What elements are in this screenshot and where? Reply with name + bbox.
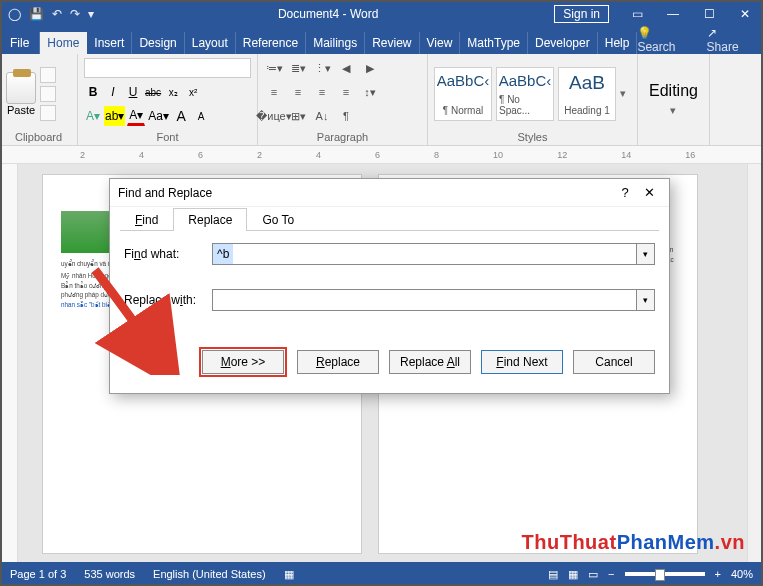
view-read-icon[interactable]: ▤ <box>548 568 558 581</box>
change-case-button[interactable]: Aa▾ <box>147 106 170 126</box>
italic-button[interactable]: I <box>104 82 122 102</box>
status-language[interactable]: English (United States) <box>153 568 266 580</box>
cancel-button[interactable]: Cancel <box>573 350 655 374</box>
align-right-button[interactable]: ≡ <box>312 82 332 102</box>
paste-button[interactable]: Paste <box>6 72 36 116</box>
share-button[interactable]: ↗ Share <box>707 26 751 54</box>
zoom-in-icon[interactable]: + <box>715 568 721 580</box>
dialog-tab-replace[interactable]: Replace <box>173 208 247 231</box>
find-what-input[interactable] <box>212 243 637 265</box>
signin-button[interactable]: Sign in <box>554 5 609 23</box>
style-no-spacing[interactable]: AaBbC‹ ¶ No Spac... <box>496 67 554 121</box>
minimize-icon[interactable]: — <box>655 7 691 21</box>
style-normal[interactable]: AaBbC‹ ¶ Normal <box>434 67 492 121</box>
increase-indent-button[interactable]: ▶ <box>360 58 380 78</box>
zoom-out-icon[interactable]: − <box>608 568 614 580</box>
maximize-icon[interactable]: ☐ <box>691 7 727 21</box>
dialog-help-icon[interactable]: ? <box>613 185 637 200</box>
tab-mathtype[interactable]: MathType <box>460 32 528 54</box>
shading-button[interactable]: �ице▾ <box>264 106 284 126</box>
find-replace-dialog: Find and Replace ? ✕ Find Replace Go To … <box>109 178 670 394</box>
tab-home[interactable]: Home <box>40 32 87 54</box>
tab-file[interactable]: File <box>0 32 40 54</box>
format-painter-icon[interactable] <box>40 105 56 121</box>
tell-me-search[interactable]: 💡 Search <box>637 26 692 54</box>
group-editing: Editing ▾ <box>638 54 710 145</box>
redo-icon[interactable]: ↷ <box>70 7 80 21</box>
horizontal-ruler[interactable]: 246 246 81012 1416 <box>0 146 763 164</box>
replace-with-input[interactable] <box>212 289 637 311</box>
replace-button[interactable]: Replace <box>297 350 379 374</box>
save-icon[interactable]: 💾 <box>29 7 44 21</box>
cut-icon[interactable] <box>40 67 56 83</box>
numbering-button[interactable]: ≣▾ <box>288 58 308 78</box>
justify-button[interactable]: ≡ <box>336 82 356 102</box>
borders-button[interactable]: ⊞▾ <box>288 106 308 126</box>
close-icon[interactable]: ✕ <box>727 7 763 21</box>
highlight-button[interactable]: ab▾ <box>104 106 125 126</box>
group-label-styles: Styles <box>434 129 631 143</box>
replace-history-dropdown[interactable]: ▾ <box>637 289 655 311</box>
copy-icon[interactable] <box>40 86 56 102</box>
tab-view[interactable]: View <box>420 32 461 54</box>
tab-review[interactable]: Review <box>365 32 419 54</box>
tab-design[interactable]: Design <box>132 32 184 54</box>
group-label-clipboard: Clipboard <box>6 129 71 143</box>
status-page[interactable]: Page 1 of 3 <box>10 568 66 580</box>
dialog-tab-find[interactable]: Find <box>120 208 173 231</box>
vertical-ruler[interactable] <box>0 164 18 564</box>
undo-icon[interactable]: ↶ <box>52 7 62 21</box>
tab-layout[interactable]: Layout <box>185 32 236 54</box>
ribbon-tabs: File Home Insert Design Layout Reference… <box>0 28 763 54</box>
sort-button[interactable]: A↓ <box>312 106 332 126</box>
more-button[interactable]: More >> <box>202 350 284 374</box>
shrink-font-button[interactable]: A <box>192 106 210 126</box>
superscript-button[interactable]: x² <box>184 82 202 102</box>
vertical-scrollbar[interactable] <box>747 164 763 564</box>
zoom-level[interactable]: 40% <box>731 568 753 580</box>
view-web-icon[interactable]: ▭ <box>588 568 598 581</box>
style-heading1[interactable]: AaB Heading 1 <box>558 67 616 121</box>
autosave-toggle[interactable]: ◯ <box>8 7 21 21</box>
tab-references[interactable]: Reference <box>236 32 306 54</box>
find-history-dropdown[interactable]: ▾ <box>637 243 655 265</box>
text-effects-button[interactable]: A▾ <box>84 106 102 126</box>
find-next-button[interactable]: Find Next <box>481 350 563 374</box>
qat-more-icon[interactable]: ▾ <box>88 7 94 21</box>
group-clipboard: Paste Clipboard <box>0 54 78 145</box>
dialog-title: Find and Replace <box>118 186 613 200</box>
align-left-button[interactable]: ≡ <box>264 82 284 102</box>
zoom-slider[interactable] <box>625 572 705 576</box>
editing-chevron-icon[interactable]: ▾ <box>670 104 676 117</box>
subscript-button[interactable]: x₂ <box>164 82 182 102</box>
dialog-close-icon[interactable]: ✕ <box>637 185 661 200</box>
styles-more-icon[interactable]: ▾ <box>620 87 626 100</box>
macro-icon[interactable]: ▦ <box>284 568 294 581</box>
multilevel-button[interactable]: ⋮▾ <box>312 58 332 78</box>
find-what-label: Find what: <box>124 247 212 261</box>
tab-insert[interactable]: Insert <box>87 32 132 54</box>
tab-help[interactable]: Help <box>598 32 638 54</box>
replace-all-button[interactable]: Replace All <box>389 350 471 374</box>
editing-button[interactable]: Editing <box>649 82 698 100</box>
status-words[interactable]: 535 words <box>84 568 135 580</box>
clipboard-icon <box>6 72 36 104</box>
bold-button[interactable]: B <box>84 82 102 102</box>
bullets-button[interactable]: ≔▾ <box>264 58 284 78</box>
view-print-icon[interactable]: ▦ <box>568 568 578 581</box>
strikethrough-button[interactable]: abc <box>144 82 162 102</box>
tab-developer[interactable]: Developer <box>528 32 598 54</box>
window-title: Document4 - Word <box>102 7 554 21</box>
ribbon-options-icon[interactable]: ▭ <box>619 7 655 21</box>
line-spacing-button[interactable]: ↕▾ <box>360 82 380 102</box>
status-bar: Page 1 of 3 535 words English (United St… <box>0 562 763 586</box>
decrease-indent-button[interactable]: ◀ <box>336 58 356 78</box>
tab-mailings[interactable]: Mailings <box>306 32 365 54</box>
font-color-button[interactable]: A▾ <box>127 106 145 126</box>
align-center-button[interactable]: ≡ <box>288 82 308 102</box>
grow-font-button[interactable]: A <box>172 106 190 126</box>
font-picker[interactable] <box>84 58 251 78</box>
show-marks-button[interactable]: ¶ <box>336 106 356 126</box>
dialog-tab-goto[interactable]: Go To <box>247 208 309 231</box>
underline-button[interactable]: U <box>124 82 142 102</box>
